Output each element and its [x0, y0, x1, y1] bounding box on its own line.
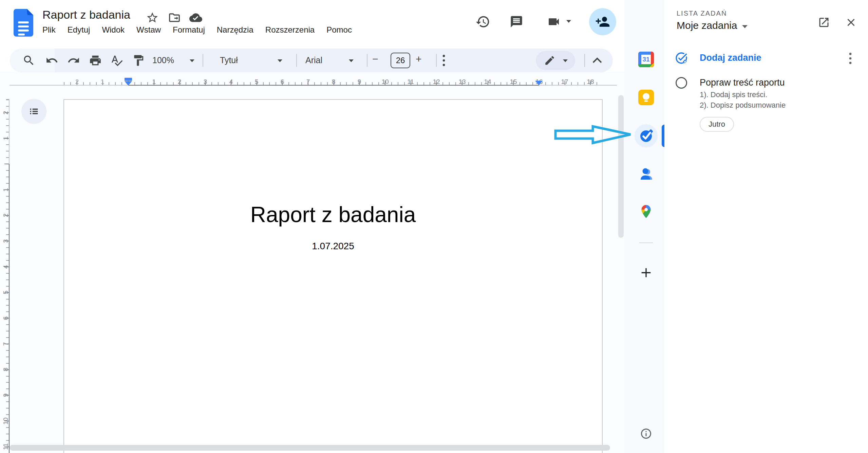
keep-app-icon[interactable]: [638, 90, 654, 105]
annotation-arrow: [543, 119, 635, 150]
vertical-ruler[interactable]: 2 1 1 2 3 4 5 6 7 8 9 10 11: [2, 99, 10, 453]
document-page[interactable]: Raport z badania 1.07.2025: [63, 99, 603, 453]
ruler-number: 4: [1, 262, 11, 272]
font-chevron-down-icon[interactable]: [349, 59, 354, 62]
comments-icon[interactable]: [510, 15, 523, 29]
document-date-text[interactable]: 1.07.2025: [64, 241, 602, 252]
ruler-number: 18: [585, 78, 596, 86]
open-in-new-icon[interactable]: [818, 16, 830, 29]
task-list-selector[interactable]: Moje zadania: [677, 20, 748, 31]
horizontal-ruler[interactable]: 2 1 1 2 3 4 5 6 7 8 9 10 11 12 13 14 15 …: [10, 77, 617, 86]
ruler-number: 5: [251, 78, 262, 86]
task-detail-line: 2). Dopisz podsumowanie: [700, 101, 786, 110]
ruler-number: 7: [1, 339, 11, 349]
cloud-saved-icon[interactable]: [189, 11, 202, 24]
person-add-icon: [595, 14, 610, 29]
task-due-date-chip[interactable]: Jutro: [700, 117, 734, 132]
ruler-number: 17: [560, 78, 570, 86]
ruler-number: 15: [508, 78, 518, 86]
tasks-app-icon[interactable]: [638, 128, 654, 144]
ruler-number: 3: [200, 78, 210, 86]
close-panel-icon[interactable]: [845, 16, 857, 29]
get-add-ons-plus-icon[interactable]: [639, 266, 653, 279]
ruler-number: 1: [97, 78, 108, 86]
add-task-button[interactable]: Dodaj zadanie: [700, 53, 761, 63]
ruler-number: 2: [72, 78, 82, 86]
ruler-number: 1: [1, 133, 11, 143]
ruler-number: 2: [1, 210, 11, 220]
toolbar-divider: [436, 54, 437, 67]
show-document-outline-button[interactable]: [21, 99, 46, 124]
zoom-chevron-down-icon[interactable]: [190, 59, 194, 62]
ruler-number: 4: [226, 78, 236, 86]
ruler-number: 8: [1, 364, 11, 375]
ruler-number: 8: [328, 78, 339, 86]
move-to-folder-icon[interactable]: [168, 11, 181, 24]
editing-mode-chevron-down-icon[interactable]: [563, 59, 568, 62]
panel-kebab-icon[interactable]: [848, 52, 853, 65]
ruler-number: 2: [1, 108, 11, 118]
version-history-icon[interactable]: [475, 14, 490, 29]
ruler-number: 11: [405, 78, 416, 86]
ruler-number: 5: [1, 287, 11, 297]
paint-format-icon[interactable]: [132, 54, 145, 67]
menubar: Plik Edytuj Widok Wstaw Formatuj Narzędz…: [42, 25, 352, 35]
ruler-number: 6: [277, 78, 287, 86]
font-size-input[interactable]: 26: [391, 53, 410, 68]
zoom-select[interactable]: 100%: [152, 55, 174, 65]
spellcheck-icon[interactable]: [110, 54, 123, 67]
star-icon[interactable]: [146, 11, 159, 24]
redo-icon[interactable]: [67, 54, 80, 67]
left-indent-marker[interactable]: [125, 81, 132, 86]
calendar-day-number: 31: [641, 55, 651, 64]
search-icon[interactable]: [22, 54, 35, 67]
document-title-text[interactable]: Raport z badania: [64, 202, 602, 227]
editing-mode-button[interactable]: [536, 51, 575, 70]
menu-plik[interactable]: Plik: [42, 25, 56, 35]
video-call-chevron-down-icon[interactable]: [566, 20, 571, 23]
share-button[interactable]: [589, 8, 616, 35]
print-icon[interactable]: [89, 54, 102, 67]
maps-app-icon[interactable]: [638, 204, 654, 219]
menu-widok[interactable]: Widok: [102, 25, 125, 35]
toolbar-divider: [584, 54, 585, 67]
task-title[interactable]: Popraw treść raportu: [700, 77, 785, 88]
menu-wstaw[interactable]: Wstaw: [136, 25, 161, 35]
right-indent-marker[interactable]: [535, 81, 543, 85]
outline-list-icon: [28, 106, 40, 117]
font-select[interactable]: Arial: [305, 55, 322, 65]
ruler-number: 14: [483, 78, 493, 86]
decrease-font-size-button[interactable]: −: [372, 53, 378, 65]
collapse-toolbar-chevron-up-icon[interactable]: [591, 56, 603, 65]
add-task-icon[interactable]: [675, 51, 688, 65]
list-chevron-down-icon: [742, 25, 748, 28]
toolbar-divider: [296, 54, 297, 67]
ruler-number: 13: [457, 78, 467, 86]
menu-rozszerzenia[interactable]: Rozszerzenia: [265, 25, 315, 35]
ruler-number: 6: [1, 313, 11, 323]
task-complete-checkbox[interactable]: [676, 77, 687, 89]
contacts-app-icon[interactable]: [638, 166, 654, 182]
undo-icon[interactable]: [45, 54, 58, 67]
google-docs-app: Raport z badania Plik Edytuj Widok Wstaw…: [0, 0, 868, 453]
menu-narzedzia[interactable]: Narzędzia: [217, 25, 253, 35]
video-call-icon[interactable]: [547, 15, 561, 29]
horizontal-scrollbar[interactable]: [10, 445, 610, 451]
menu-formatuj[interactable]: Formatuj: [173, 25, 205, 35]
vertical-scrollbar[interactable]: [618, 95, 624, 238]
toolbar: 100% Tytuł Arial − 26 +: [10, 49, 613, 72]
document-name[interactable]: Raport z badania: [42, 8, 130, 21]
toolbar-overflow-kebab-icon[interactable]: [441, 54, 446, 67]
paragraph-style-select[interactable]: Tytuł: [220, 55, 238, 65]
pen-icon: [544, 55, 555, 66]
style-chevron-down-icon[interactable]: [278, 59, 282, 62]
info-icon[interactable]: [640, 428, 652, 440]
menu-edytuj[interactable]: Edytuj: [68, 25, 90, 35]
docs-logo-icon[interactable]: [14, 9, 33, 37]
calendar-app-icon[interactable]: 31: [638, 52, 654, 67]
toolbar-divider: [367, 54, 367, 67]
increase-font-size-button[interactable]: +: [416, 53, 422, 65]
menu-pomoc[interactable]: Pomoc: [326, 25, 352, 35]
first-line-indent-marker[interactable]: [125, 78, 132, 81]
ruler-number: 9: [354, 78, 364, 86]
